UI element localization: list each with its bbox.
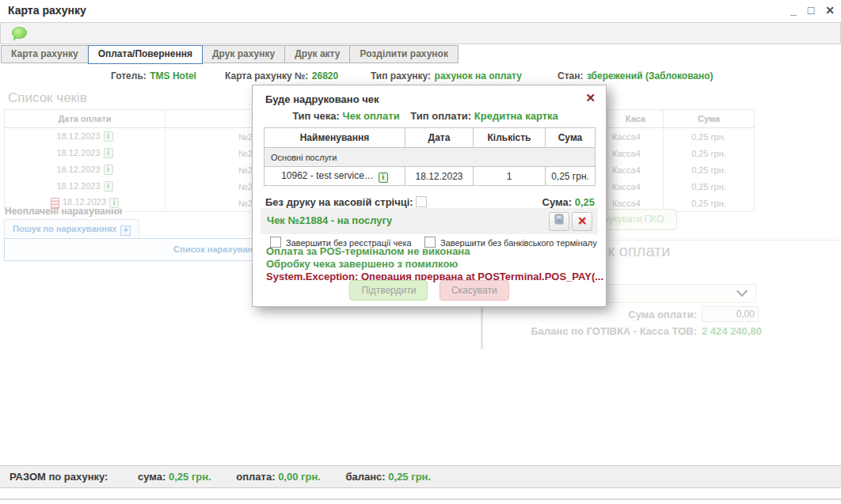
maximize-icon[interactable]: □ xyxy=(808,2,814,18)
totals-balans: 0,25 грн. xyxy=(388,471,431,483)
tab-druk-rahunku[interactable]: Друк рахунку xyxy=(202,45,285,63)
window-bottom-border xyxy=(0,498,841,500)
unpaid-section-title: Неоплачені нарахування xyxy=(5,206,122,217)
cancel-button[interactable]: Скасувати xyxy=(440,280,509,301)
hotel-info: Готель: TMS Hotel xyxy=(111,68,196,82)
tab-rozdility-rahunok[interactable]: Розділити рахунок xyxy=(349,45,458,63)
toolbar xyxy=(0,22,841,44)
check-items-table: Найменування Дата Кількість Сума Основні… xyxy=(264,127,596,186)
plus-box-icon: + xyxy=(120,225,131,236)
confirm-button[interactable]: Підтвердити xyxy=(349,280,428,301)
tab-druk-aktu[interactable]: Друк акту xyxy=(284,45,350,63)
info-icon[interactable]: i xyxy=(104,165,113,175)
col-header-kasa: Каса xyxy=(608,110,664,128)
info-icon[interactable]: i xyxy=(104,181,113,191)
group-row: Основні послуги xyxy=(264,148,596,167)
info-icon[interactable]: i xyxy=(104,131,113,142)
totals-oplata: 0,00 грн. xyxy=(278,471,321,483)
totals-suma: 0,25 грн. xyxy=(169,471,211,483)
totals-label: РАЗОМ по рахунку: xyxy=(10,471,108,483)
print-check-dialog: Буде надруковано чек ✕ Тип чека: Чек опл… xyxy=(252,85,607,307)
no-print-checkbox[interactable] xyxy=(416,196,427,207)
check-status-bar: Чек №21884 - на послугу ✕ xyxy=(261,208,598,234)
pos-terminal-button[interactable] xyxy=(549,212,569,231)
tab-karta-rahunku[interactable]: Карта рахунку xyxy=(1,45,89,63)
window-title: Карта рахунку xyxy=(8,4,86,17)
info-icon[interactable]: i xyxy=(104,148,113,158)
chevron-down-icon xyxy=(736,286,748,297)
info-icon[interactable]: i xyxy=(379,172,388,183)
delete-x-icon: ✕ xyxy=(577,214,587,227)
tab-search-accruals[interactable]: Пошук по нарахуваннях+ xyxy=(4,219,139,238)
calculator-icon xyxy=(554,214,565,225)
close-icon[interactable]: ✕ xyxy=(825,2,835,18)
chat-bubble-icon[interactable] xyxy=(12,27,27,39)
payment-sum-label: Сума оплати: xyxy=(472,309,697,320)
check-type-line: Тип чека: Чек оплати Тип оплати: Кредитн… xyxy=(253,110,606,122)
account-type-info: Тип рахунку: рахунок на оплату xyxy=(371,68,522,82)
balance-label: Баланс по ГОТІВКА - Касса ТОВ: xyxy=(393,325,697,337)
check-number-label: Чек №21884 - на послугу xyxy=(267,214,392,226)
card-number-info: Карта рахунку №: 26820 xyxy=(225,68,338,82)
tab-bar: Карта рахунку Оплата/Повернення Друк рах… xyxy=(2,45,459,64)
col-header-suma: Сума xyxy=(664,110,755,128)
status-message-1: Оплата за POS-терміналом не виконана xyxy=(266,245,470,257)
dialog-buttons: Підтвердити Скасувати xyxy=(253,280,606,301)
table-row[interactable]: 10962 - test service…i 18.12.2023 1 0,25… xyxy=(264,167,596,186)
minimize-icon[interactable]: _ xyxy=(790,2,797,18)
titlebar: Карта рахунку _ □ ✕ xyxy=(0,0,841,21)
balance-value: 2 424 240,80 xyxy=(702,325,762,337)
window: Карта рахунку _ □ ✕ Карта рахунку Оплата… xyxy=(0,0,841,504)
status-message-2: Обробку чека завершено з помилкою xyxy=(266,258,458,270)
tab-oplata-povernennya[interactable]: Оплата/Повернення xyxy=(88,45,203,64)
check-sum: Сума: 0,25 xyxy=(542,196,595,208)
no-print-label: Без друку на касовій стрічці: xyxy=(265,196,427,208)
dialog-title: Буде надруковано чек xyxy=(265,93,379,105)
col-header-date: Дата оплати xyxy=(5,110,166,128)
checks-section-title: Список чеків xyxy=(8,90,87,106)
totals-bar: РАЗОМ по рахунку: сума: 0,25 грн. оплата… xyxy=(0,465,841,488)
close-icon[interactable]: ✕ xyxy=(585,91,596,105)
payment-sum-input[interactable] xyxy=(702,306,759,322)
delete-check-button[interactable]: ✕ xyxy=(572,212,592,231)
state-info: Стан: збережений (Заблоковано) xyxy=(557,68,714,82)
